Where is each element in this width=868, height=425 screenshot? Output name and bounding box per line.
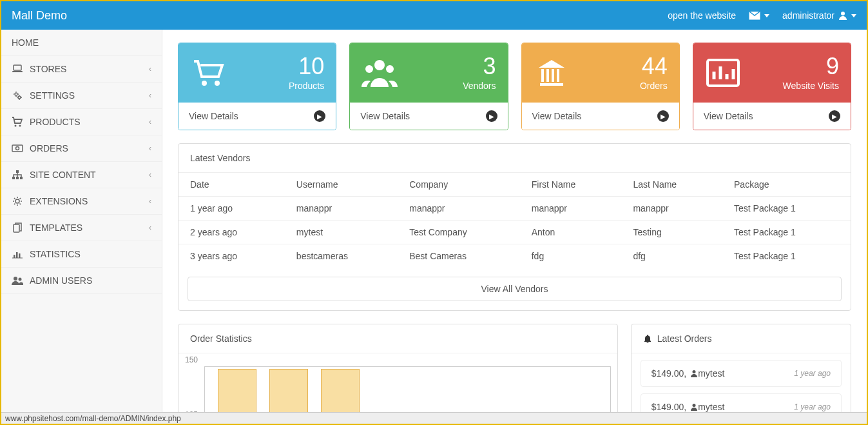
svg-point-3 xyxy=(15,93,17,95)
table-header: Date xyxy=(178,173,285,197)
sidebar-item-label: ORDERS xyxy=(30,143,149,153)
table-row[interactable]: 1 year agomanapprmanapprmanapprmanapprTe… xyxy=(178,197,851,221)
cart-icon xyxy=(190,55,226,91)
sidebar-item-label: SETTINGS xyxy=(30,90,149,101)
table-cell: Best Cameras xyxy=(398,244,519,268)
stat-card-products: 10ProductsView Details▶ xyxy=(178,43,336,130)
stats-panel-title: Order Statistics xyxy=(178,324,617,353)
sun-icon xyxy=(12,196,23,206)
bank-icon xyxy=(534,55,570,91)
table-cell: manappr xyxy=(520,197,622,221)
table-cell: manappr xyxy=(285,197,398,221)
sidebar-item-products[interactable]: PRODUCTS‹ xyxy=(1,109,162,135)
order-item[interactable]: $149.00, mytest1 year ago xyxy=(641,360,842,387)
view-details-link[interactable]: View Details▶ xyxy=(693,103,851,130)
order-time: 1 year ago xyxy=(794,369,831,378)
chevron-left-icon: ‹ xyxy=(149,64,151,74)
sidebar-item-templates[interactable]: TEMPLATES‹ xyxy=(1,215,162,241)
latest-vendors-panel: Latest Vendors DateUsernameCompanyFirst … xyxy=(178,143,851,311)
chart-bar xyxy=(321,369,360,412)
svg-point-8 xyxy=(16,147,19,150)
arrow-right-icon: ▶ xyxy=(829,110,840,122)
chart-icon xyxy=(705,55,741,91)
sidebar-item-statistics[interactable]: STATISTICS xyxy=(1,241,162,268)
svg-point-22 xyxy=(374,60,385,70)
order-statistics-panel: Order Statistics 150 125 xyxy=(178,324,618,412)
sidebar-item-label: TEMPLATES xyxy=(30,222,149,233)
caret-down-icon xyxy=(764,14,769,17)
svg-rect-10 xyxy=(12,177,15,179)
table-cell: manappr xyxy=(621,197,722,221)
messages-link[interactable] xyxy=(749,11,769,20)
order-stats-chart: 150 125 xyxy=(178,353,617,412)
table-cell: 3 years ago xyxy=(178,244,285,268)
envelope-icon xyxy=(749,11,760,20)
arrow-right-icon: ▶ xyxy=(657,110,669,122)
table-header: First Name xyxy=(520,173,622,197)
chart-ytick: 150 xyxy=(185,355,198,364)
stat-cards-row: 10ProductsView Details▶3VendorsView Deta… xyxy=(178,43,851,130)
top-right-nav: open the website administrator xyxy=(668,10,856,21)
svg-rect-17 xyxy=(19,253,21,258)
arrow-right-icon: ▶ xyxy=(314,110,325,122)
chevron-left-icon: ‹ xyxy=(149,197,151,206)
svg-point-6 xyxy=(19,125,21,127)
table-row[interactable]: 3 years agobestcamerasBest Camerasfdgdfg… xyxy=(178,244,851,268)
svg-point-24 xyxy=(386,65,394,73)
sidebar-item-stores[interactable]: STORES‹ xyxy=(1,56,162,83)
stat-value: 3 xyxy=(463,55,496,78)
sidebar-item-label: EXTENSIONS xyxy=(30,196,149,206)
caret-down-icon xyxy=(851,14,856,17)
svg-rect-14 xyxy=(14,224,19,232)
chart-bar xyxy=(218,369,256,412)
stat-value: 10 xyxy=(289,55,324,78)
user-label: administrator xyxy=(782,10,834,21)
sidebar-item-extensions[interactable]: EXTENSIONS‹ xyxy=(1,188,162,215)
table-row[interactable]: 2 years agomytestTest CompanyAntonTestin… xyxy=(178,221,851,244)
sidebar-item-orders[interactable]: ORDERS‹ xyxy=(1,135,162,162)
order-price: $149.00, xyxy=(651,368,687,379)
table-cell: bestcameras xyxy=(285,244,398,268)
top-bar: Mall Demo open the website administrator xyxy=(1,1,867,30)
sidebar: HOME STORES‹SETTINGS‹PRODUCTS‹ORDERS‹SIT… xyxy=(1,30,162,412)
orders-panel-title: Latest Orders xyxy=(632,324,851,353)
user-icon xyxy=(690,370,698,377)
svg-point-5 xyxy=(15,125,17,127)
table-cell: mytest xyxy=(285,221,398,244)
svg-point-26 xyxy=(693,370,696,373)
user-menu[interactable]: administrator xyxy=(782,10,856,21)
view-details-link[interactable]: View Details▶ xyxy=(350,103,507,130)
table-cell: fdg xyxy=(520,244,622,268)
vendors-panel-title: Latest Vendors xyxy=(178,144,851,173)
svg-point-0 xyxy=(841,12,845,15)
sidebar-item-label: PRODUCTS xyxy=(30,117,149,127)
arrow-right-icon: ▶ xyxy=(486,110,497,122)
view-details-link[interactable]: View Details▶ xyxy=(178,103,336,130)
view-all-vendors-button[interactable]: View All Vendors xyxy=(188,277,842,301)
sidebar-home[interactable]: HOME xyxy=(1,30,162,56)
table-header: Company xyxy=(398,173,519,197)
open-website-link[interactable]: open the website xyxy=(668,10,736,21)
svg-rect-9 xyxy=(16,170,19,173)
user-icon xyxy=(838,11,847,20)
stat-card-vendors: 3VendorsView Details▶ xyxy=(349,43,508,130)
vendors-table: DateUsernameCompanyFirst NameLast NamePa… xyxy=(178,173,851,268)
stat-value: 9 xyxy=(783,55,839,78)
table-cell: 2 years ago xyxy=(178,221,285,244)
sidebar-item-settings[interactable]: SETTINGS‹ xyxy=(1,83,162,109)
brand-title: Mall Demo xyxy=(12,9,67,23)
stat-label: Products xyxy=(289,81,324,91)
table-cell: Anton xyxy=(520,221,622,244)
chevron-left-icon: ‹ xyxy=(149,144,151,153)
order-item[interactable]: $149.00, mytest1 year ago xyxy=(641,393,842,412)
sidebar-item-site-content[interactable]: SITE CONTENT‹ xyxy=(1,162,162,188)
browser-status-bar: www.phpsitehost.com/mall-demo/ADMIN/inde… xyxy=(1,412,867,424)
stat-value: 44 xyxy=(640,55,668,78)
svg-point-13 xyxy=(15,199,19,203)
sidebar-item-admin-users[interactable]: ADMIN USERS xyxy=(1,268,162,294)
stat-label: Vendors xyxy=(463,81,496,91)
chevron-left-icon: ‹ xyxy=(149,223,151,232)
table-header: Package xyxy=(722,173,851,197)
view-details-link[interactable]: View Details▶ xyxy=(522,103,679,130)
table-header: Username xyxy=(285,173,398,197)
